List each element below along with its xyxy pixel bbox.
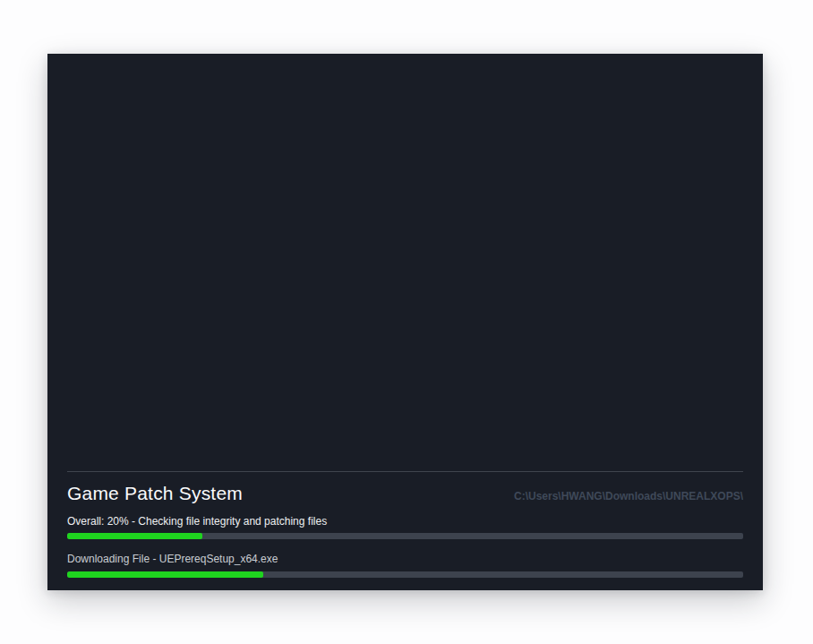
desktop-background: Game Patch System C:\Users\HWANG\Downloa…	[0, 0, 813, 644]
page-title: Game Patch System	[67, 483, 243, 504]
download-status-text: Downloading File - UEPrereqSetup_x64.exe	[67, 553, 743, 565]
download-progress-bar	[67, 571, 743, 578]
separator-line	[67, 471, 743, 472]
panel-header: Game Patch System C:\Users\HWANG\Downloa…	[67, 483, 743, 504]
download-progress-fill	[67, 571, 263, 578]
patcher-client-area	[47, 54, 763, 470]
overall-progress-fill	[67, 533, 202, 539]
overall-progress-bar	[67, 533, 743, 539]
overall-status-text: Overall: 20% - Checking file integrity a…	[67, 515, 743, 528]
status-panel: Game Patch System C:\Users\HWANG\Downloa…	[67, 471, 743, 590]
patcher-window: Game Patch System C:\Users\HWANG\Downloa…	[47, 54, 763, 590]
install-path: C:\Users\HWANG\Downloads\UNREALXOPS\	[514, 490, 743, 502]
